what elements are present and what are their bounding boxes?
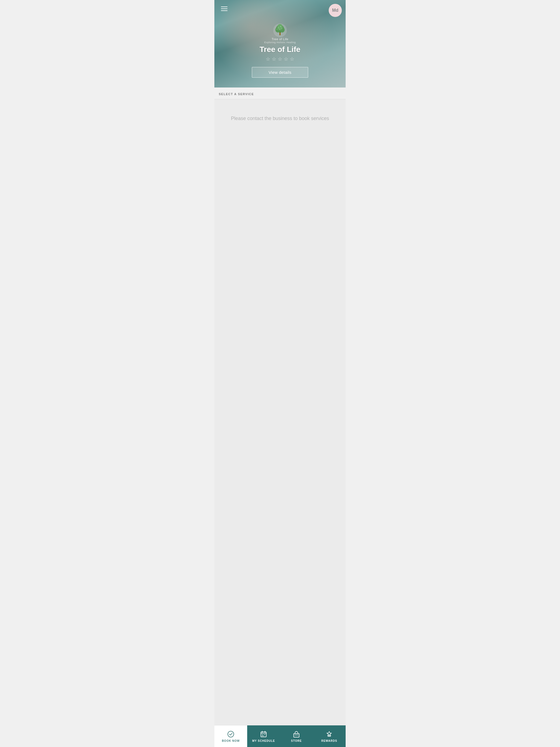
hero-section: Md Tree of Life Exploring Holistic Heali… (214, 0, 346, 87)
service-section-header: SELECT A SERVICE (214, 87, 346, 99)
rewards-icon (325, 730, 333, 738)
my-schedule-icon (260, 730, 268, 738)
no-service-message: Please contact the business to book serv… (231, 115, 329, 121)
nav-store-label: STORE (291, 739, 302, 742)
svg-rect-12 (261, 732, 266, 737)
star-3: ☆ (278, 56, 282, 62)
stars-row: ☆ ☆ ☆ ☆ ☆ (266, 56, 294, 62)
svg-point-8 (279, 29, 280, 30)
star-1: ☆ (266, 56, 270, 62)
nav-book-now[interactable]: BOOK NOW (214, 725, 247, 747)
star-2: ☆ (272, 56, 276, 62)
svg-point-11 (228, 731, 234, 737)
service-empty-area: Please contact the business to book serv… (214, 99, 346, 725)
store-icon (292, 730, 300, 738)
nav-my-schedule[interactable]: MY SCHEDULE (247, 725, 280, 747)
svg-point-7 (281, 28, 282, 29)
nav-my-schedule-label: MY SCHEDULE (252, 739, 275, 742)
svg-rect-13 (294, 733, 299, 737)
logo-name: Tree of Life (272, 37, 288, 41)
svg-point-6 (278, 27, 279, 28)
logo-area: Tree of Life Exploring Holistic Healing (264, 23, 296, 44)
logo-icon (273, 23, 287, 37)
nav-rewards[interactable]: REWARDS (313, 725, 346, 747)
star-4: ☆ (284, 56, 288, 62)
avatar-button[interactable]: Md (329, 4, 342, 17)
logo-tagline: Exploring Holistic Healing (264, 41, 296, 44)
avatar-initials: Md (332, 8, 338, 13)
book-now-icon (227, 730, 235, 738)
hero-title: Tree of Life (259, 45, 300, 54)
service-section-label: SELECT A SERVICE (219, 93, 254, 96)
nav-rewards-label: REWARDS (321, 739, 337, 742)
svg-point-9 (280, 26, 281, 27)
view-details-button[interactable]: View details (252, 67, 308, 78)
svg-point-10 (276, 29, 277, 30)
nav-store[interactable]: STORE (280, 725, 313, 747)
nav-book-now-label: BOOK NOW (222, 739, 239, 742)
bottom-nav: BOOK NOW MY SCHEDULE STORE REWARDS (214, 725, 346, 747)
star-5: ☆ (290, 56, 294, 62)
hamburger-button[interactable] (220, 5, 229, 12)
